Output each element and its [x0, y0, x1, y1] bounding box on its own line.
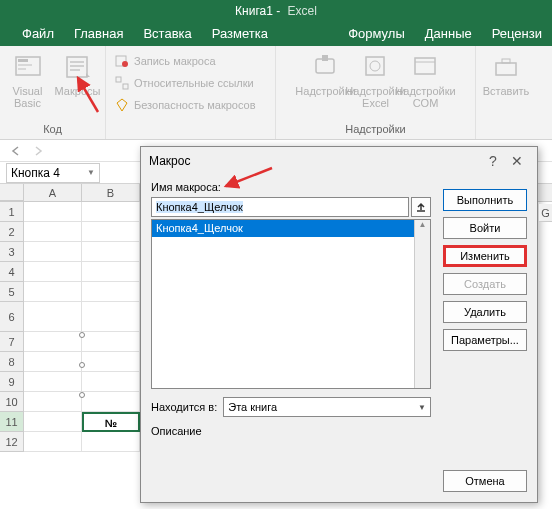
vb-label: Visual Basic — [13, 85, 43, 109]
chevron-down-icon: ▼ — [418, 403, 426, 412]
select-all-corner[interactable] — [0, 184, 24, 201]
svg-rect-16 — [366, 57, 384, 75]
close-button[interactable]: ✕ — [505, 153, 529, 169]
com-addins-icon — [410, 51, 442, 83]
row-header[interactable]: 3 — [0, 242, 24, 262]
svg-rect-20 — [496, 63, 516, 75]
macros-icon — [62, 51, 94, 83]
tab-data[interactable]: Данные — [415, 22, 482, 46]
svg-point-10 — [122, 61, 128, 67]
row-header[interactable]: 5 — [0, 282, 24, 302]
addins-group-label: Надстройки — [345, 123, 405, 137]
scrollbar[interactable] — [414, 220, 430, 388]
chevron-down-icon[interactable]: ▼ — [87, 168, 95, 177]
row-header[interactable]: 2 — [0, 222, 24, 242]
ribbon: Visual Basic Макросы Код Запись макроса … — [0, 46, 552, 140]
ribbon-tabs: Файл Главная Вставка Разметка страницы Ф… — [0, 22, 552, 46]
col-header-a[interactable]: A — [24, 184, 82, 201]
location-label: Находится в: — [151, 401, 217, 413]
insert-control-button[interactable]: Вставить — [481, 48, 531, 118]
tab-formulas[interactable]: Формулы — [338, 22, 415, 46]
relative-icon — [114, 75, 130, 91]
row-header[interactable]: 4 — [0, 262, 24, 282]
svg-rect-15 — [322, 55, 328, 61]
addins-icon — [310, 51, 342, 83]
help-button[interactable]: ? — [481, 153, 505, 169]
excel-addins-icon — [360, 51, 392, 83]
code-group-label: Код — [43, 123, 62, 137]
options-button[interactable]: Параметры... — [443, 329, 527, 351]
redo-icon[interactable] — [30, 143, 46, 159]
resize-handle[interactable] — [79, 362, 85, 368]
tab-page-layout[interactable]: Разметка страницы — [202, 22, 338, 46]
col-header-g[interactable]: G — [538, 204, 552, 222]
svg-rect-5 — [70, 61, 84, 63]
cancel-button[interactable]: Отмена — [443, 470, 527, 492]
macro-list[interactable]: Кнопка4_Щелчок — [151, 219, 431, 389]
svg-rect-14 — [316, 59, 334, 73]
resize-handle[interactable] — [79, 332, 85, 338]
goto-button[interactable] — [411, 197, 431, 217]
svg-rect-3 — [18, 68, 26, 70]
visual-basic-button[interactable]: Visual Basic — [3, 48, 53, 118]
svg-rect-7 — [70, 69, 80, 71]
svg-rect-12 — [123, 84, 128, 89]
security-icon — [114, 97, 130, 113]
record-icon — [114, 53, 130, 69]
excel-addins-button[interactable]: Надстройки Excel — [351, 48, 401, 118]
macro-dialog: Макрос ? ✕ Имя макроса: Кнопка4_Щелчок К… — [140, 146, 538, 503]
delete-button[interactable]: Удалить — [443, 301, 527, 323]
macros-label: Макросы — [55, 85, 101, 97]
svg-point-17 — [370, 61, 380, 71]
svg-rect-18 — [415, 58, 435, 74]
row-header[interactable]: 8 — [0, 352, 24, 372]
svg-marker-13 — [117, 99, 127, 111]
col-header-b[interactable]: B — [82, 184, 140, 201]
row-header[interactable]: 10 — [0, 392, 24, 412]
macro-name-label: Имя макроса: — [151, 181, 431, 193]
vb-icon — [12, 51, 44, 83]
run-button[interactable]: Выполнить — [443, 189, 527, 211]
undo-icon[interactable] — [8, 143, 24, 159]
tab-review[interactable]: Рецензи — [482, 22, 552, 46]
tab-home[interactable]: Главная — [64, 22, 133, 46]
macro-security-button[interactable]: Безопасность макросов — [110, 94, 260, 116]
doc-title: Книга1 — [235, 4, 273, 18]
record-macro-button[interactable]: Запись макроса — [110, 50, 220, 72]
row-header[interactable]: 11 — [0, 412, 24, 432]
row-header[interactable]: 1 — [0, 202, 24, 222]
resize-handle[interactable] — [79, 392, 85, 398]
macros-button[interactable]: Макросы — [53, 48, 103, 118]
tab-insert[interactable]: Вставка — [133, 22, 201, 46]
step-into-button[interactable]: Войти — [443, 217, 527, 239]
list-item[interactable]: Кнопка4_Щелчок — [152, 220, 430, 237]
svg-rect-11 — [116, 77, 121, 82]
active-cell[interactable]: № — [82, 412, 140, 432]
row-header[interactable]: 12 — [0, 432, 24, 452]
title-bar: Книга1 - Excel — [0, 0, 552, 22]
relative-refs-button[interactable]: Относительные ссылки — [110, 72, 258, 94]
dialog-titlebar[interactable]: Макрос ? ✕ — [141, 147, 537, 175]
row-header[interactable]: 6 — [0, 302, 24, 332]
svg-rect-1 — [18, 59, 28, 62]
description-label: Описание — [151, 425, 431, 437]
app-name: Excel — [288, 4, 317, 18]
svg-rect-6 — [70, 65, 84, 67]
svg-marker-8 — [86, 73, 90, 77]
dialog-title: Макрос — [149, 154, 190, 168]
name-box[interactable]: Кнопка 4 ▼ — [6, 163, 100, 183]
svg-rect-2 — [18, 64, 32, 66]
macro-name-input[interactable]: Кнопка4_Щелчок — [151, 197, 409, 217]
edit-button[interactable]: Изменить — [443, 245, 527, 267]
location-select[interactable]: Эта книга ▼ — [223, 397, 431, 417]
row-header[interactable]: 9 — [0, 372, 24, 392]
toolbox-icon — [490, 51, 522, 83]
create-button: Создать — [443, 273, 527, 295]
addins-button[interactable]: Надстройки — [301, 48, 351, 118]
row-header[interactable]: 7 — [0, 332, 24, 352]
com-addins-button[interactable]: Надстройки COM — [401, 48, 451, 118]
tab-file[interactable]: Файл — [12, 22, 64, 46]
